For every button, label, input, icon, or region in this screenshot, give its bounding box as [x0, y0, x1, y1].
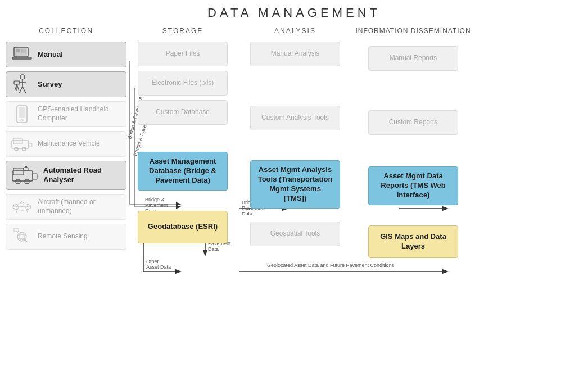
gis-maps-box: GIS Maps and Data Layers [368, 225, 458, 258]
custom-reports-box: Custom Reports [368, 110, 458, 135]
manual-analysis-box: Manual Analysis [250, 42, 340, 66]
plane-icon [11, 197, 33, 217]
gps-label: GPS-enabled Handheld Computer [38, 105, 121, 123]
analysis-header: ANALYSIS [239, 27, 351, 35]
geospatial-tools-box: Geospatial Tools [250, 222, 340, 246]
truck-icon [11, 165, 39, 186]
collection-manual: Manual [6, 42, 126, 67]
ara-label: Automated Road Analyser [43, 166, 121, 185]
svg-text:Other: Other [146, 259, 159, 264]
phone-icon [11, 104, 33, 124]
manual-label: Manual [38, 50, 63, 60]
collection-aircraft: Aircraft (manned or unmanned) [6, 194, 126, 220]
geodatabase-box: Geodatabase (ESRI) [138, 211, 228, 243]
svg-rect-3 [16, 49, 20, 52]
svg-rect-2 [12, 57, 31, 59]
surveyor-icon [11, 74, 33, 94]
collection-gps: GPS-enabled Handheld Computer [6, 101, 126, 127]
collection-header: COLLECTION [6, 27, 126, 35]
svg-point-40 [20, 232, 24, 241]
svg-text:Data: Data [208, 246, 219, 252]
collection-ara: Automated Road Analyser [6, 161, 126, 190]
svg-rect-23 [29, 143, 32, 147]
custom-tools-box: Custom Analysis Tools [250, 106, 340, 130]
storage-column: STORAGE Paper Files Electronic Files (.x… [126, 27, 239, 243]
dissemination-column: INFORMATION DISSEMINATION Manual Reports… [351, 27, 475, 258]
svg-rect-12 [14, 81, 20, 84]
svg-point-7 [20, 75, 25, 79]
survey-label: Survey [38, 80, 62, 89]
main-container: DATA MANAGEMENT COLLECTION [0, 0, 588, 375]
satellite-icon [11, 227, 33, 247]
svg-point-18 [21, 119, 23, 121]
collection-vehicle: Maintenance Vehicle [6, 131, 126, 157]
svg-point-22 [22, 147, 26, 151]
svg-point-29 [25, 179, 29, 184]
svg-point-21 [15, 147, 18, 151]
svg-rect-25 [13, 168, 24, 175]
manual-reports-box: Manual Reports [368, 46, 458, 71]
svg-text:Geolocated Asset Data and Futu: Geolocated Asset Data and Future Pavemen… [267, 263, 395, 268]
svg-point-28 [16, 179, 20, 184]
svg-rect-20 [13, 138, 22, 144]
asset-tools-box: Asset Mgmt Analysis Tools (Transportatio… [250, 160, 340, 209]
custom-db-box: Custom Database [138, 100, 228, 125]
asset-mgmt-db-box: Asset Management Database (Bridge & Pave… [138, 152, 228, 191]
vehicle-label: Maintenance Vehicle [38, 139, 100, 148]
page-title: DATA MANAGEMENT [6, 6, 582, 20]
svg-line-14 [17, 84, 19, 91]
electronic-files-box: Electronic Files (.xls) [138, 71, 228, 96]
flow-area: Bridge & Pavement Data Bridge & Pavement… [126, 27, 582, 373]
asset-reports-box: Asset Mgmt Data Reports (TMS Web Interfa… [368, 166, 458, 205]
svg-rect-17 [19, 107, 25, 118]
dissemination-header: INFORMATION DISSEMINATION [351, 27, 475, 35]
laptop-icon [11, 44, 33, 65]
svg-text:Asset Data: Asset Data [146, 264, 171, 270]
storage-header: STORAGE [126, 27, 239, 35]
svg-line-11 [22, 87, 26, 93]
svg-rect-24 [12, 171, 33, 181]
analysis-column: ANALYSIS Manual Analysis Custom Analysis… [239, 27, 351, 246]
aircraft-label: Aircraft (manned or unmanned) [38, 198, 121, 215]
remote-label: Remote Sensing [38, 232, 88, 241]
svg-rect-30 [33, 174, 37, 179]
paper-files-box: Paper Files [138, 42, 228, 66]
svg-rect-19 [12, 141, 29, 148]
collection-column: COLLECTION [6, 27, 126, 373]
svg-point-41 [17, 234, 26, 239]
svg-line-10 [19, 87, 22, 93]
svg-rect-27 [25, 166, 27, 168]
van-icon [11, 134, 33, 154]
collection-remote: Remote Sensing [6, 224, 126, 250]
collection-survey: Survey [6, 71, 126, 97]
